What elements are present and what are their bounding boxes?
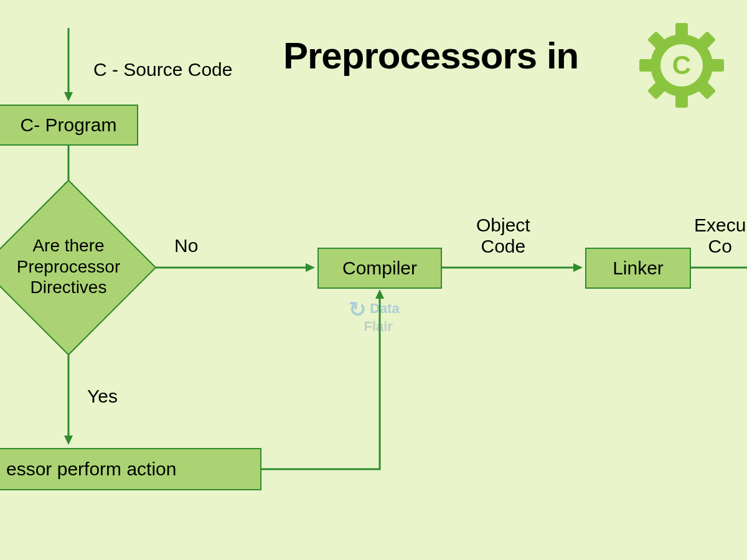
diagram-canvas: Preprocessors in C — [0, 0, 747, 560]
arrow-source-to-program — [62, 28, 75, 103]
label-no: No — [174, 235, 198, 256]
svg-marker-21 — [375, 289, 384, 299]
arrow-action-to-compiler — [261, 286, 386, 473]
label-yes: Yes — [87, 386, 118, 407]
arrow-decision-to-action — [62, 355, 75, 448]
arrow-compiler-to-linker — [442, 261, 585, 274]
logo-letter: C — [672, 50, 691, 80]
svg-marker-11 — [64, 92, 73, 101]
node-linker: Linker — [585, 248, 691, 289]
label-object-code: Object Code — [476, 215, 530, 257]
node-preprocessor-action: essor perform action — [0, 448, 261, 490]
page-title: Preprocessors in — [283, 34, 578, 77]
arrow-decision-to-compiler — [156, 261, 317, 274]
c-gear-logo: C — [638, 22, 725, 111]
label-source-code: C - Source Code — [93, 59, 232, 80]
arrow-linker-to-exec — [691, 261, 747, 274]
node-c-program: C- Program — [0, 105, 138, 146]
svg-marker-17 — [573, 263, 583, 272]
label-exec-code: Execu Co — [694, 215, 746, 257]
node-decision-text: Are there Preprocessor Directives — [11, 235, 126, 298]
svg-marker-20 — [64, 436, 73, 445]
svg-marker-15 — [306, 263, 315, 272]
node-compiler: Compiler — [317, 248, 442, 289]
